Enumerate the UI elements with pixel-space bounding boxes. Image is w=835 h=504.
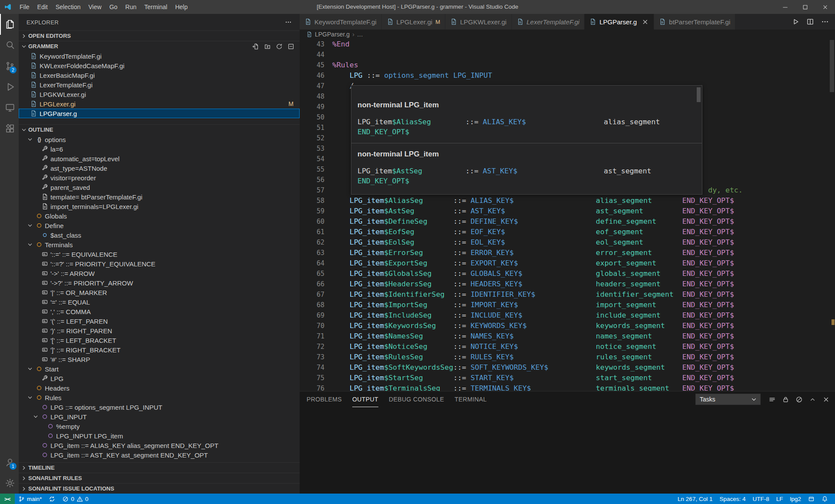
code-editor[interactable]: 43%End4445%Rules46 LPG ::= options_segme… [300,39,835,391]
activity-item-remote-explorer[interactable] [0,97,19,118]
tab-btParserTemplateF.gi[interactable]: btParserTemplateF.gi [654,14,735,30]
panel-tab-output[interactable]: OUTPUT [352,391,378,407]
refresh-explorer-button[interactable] [276,43,283,50]
outline-item[interactable]: Define [19,221,300,230]
file-LPGParser.g[interactable]: LPGParser.g [19,109,300,118]
more-actions-button[interactable] [821,18,829,26]
editor-scrollbar[interactable] [830,40,834,92]
section-grammer[interactable]: GRAMMER [19,41,300,51]
section-outline[interactable]: OUTLINE [19,124,300,135]
code-line-61[interactable]: 61 LPG_item$EofSeg ::= EOF_KEY$ eof_segm… [300,227,835,237]
file-KWLexerFoldedCaseMapF.gi[interactable]: KWLexerFoldedCaseMapF.gi [19,61,300,70]
outline-item[interactable]: template= btParserTemplateF.gi [19,192,300,202]
outline-item[interactable]: Rules [19,393,300,402]
outline-item[interactable]: la=6 [19,144,300,154]
outline-item[interactable]: LPG_item ::= AST_KEY ast_segment END_KEY… [19,450,300,460]
output-content[interactable] [300,407,835,494]
outline-item[interactable]: Terminals [19,240,300,249]
section-sonarlint-rules[interactable]: SONARLINT RULES [19,473,300,483]
menu-help[interactable]: Help [171,0,192,14]
menu-run[interactable]: Run [121,0,140,14]
outline-item[interactable]: '::=' ::= EQUIVALENCE [19,249,300,259]
outline-item[interactable]: import_terminals=LPGLexer.gi [19,202,300,211]
run-button[interactable] [792,18,799,26]
code-line-62[interactable]: 62 LPG_item$EolSeg ::= EOL_KEY$ eol_segm… [300,237,835,248]
outline-item[interactable]: {}options [19,135,300,144]
code-line-44[interactable]: 44 [300,50,835,60]
outline-item[interactable]: '|' ::= OR_MARKER [19,288,300,297]
outline-item[interactable]: automatic_ast=topLevel [19,154,300,163]
outline-item[interactable]: LPG_INPUT [19,412,300,421]
code-line-63[interactable]: 63 LPG_item$ErrorSeg ::= ERROR_KEY$ erro… [300,248,835,258]
code-line-43[interactable]: 43%End [300,39,835,50]
outline-item[interactable]: LPG ::= options_segment LPG_INPUT [19,402,300,412]
lock-scrolling-button[interactable] [782,396,789,403]
section-open-editors[interactable]: OPEN EDITORS [19,30,300,41]
code-line-73[interactable]: 73 LPG_item$RulesSeg ::= RULES_KEY$ rule… [300,352,835,362]
outline-item[interactable]: visitor=preorder [19,173,300,182]
code-line-58[interactable]: 58 LPG_item$AliasSeg ::= ALIAS_KEY$ alia… [300,196,835,206]
outline-item[interactable]: LPG [19,374,300,383]
outline-item[interactable]: Headers [19,383,300,393]
panel-tab-debug-console[interactable]: DEBUG CONSOLE [389,391,444,407]
sync-status[interactable] [45,494,59,504]
output-actions-button[interactable] [768,396,776,403]
activity-item-explorer[interactable] [0,14,19,35]
close-panel-button[interactable] [822,396,830,403]
section-sonarlint-issue-locations[interactable]: SONARLINT ISSUE LOCATIONS [19,483,300,494]
new-file-button[interactable] [252,43,259,50]
code-line-46[interactable]: 46 LPG ::= options_segment LPG_INPUT [300,70,835,81]
tooltip-scrollbar[interactable] [697,87,701,102]
activity-item-extensions[interactable] [0,118,19,139]
status-language-mode[interactable]: lpg2 [786,494,805,504]
code-line-69[interactable]: 69 LPG_item$IncludeSeg ::= INCLUDE_KEY$ … [300,310,835,321]
outline-item[interactable]: parent_saved [19,182,300,192]
new-folder-button[interactable] [264,43,271,50]
outline-item[interactable]: ')' ::= RIGHT_PAREN [19,326,300,335]
file-LPGLexer.gi[interactable]: LPGLexer.giM [19,99,300,109]
file-LexerTemplateF.gi[interactable]: LexerTemplateF.gi [19,80,300,90]
status-notifications-icon[interactable] [818,494,832,504]
activity-item-source-control[interactable]: 2 [0,56,19,76]
outline-item[interactable]: %empty [19,421,300,431]
problems-status[interactable]: 0 0 [59,494,92,504]
menu-edit[interactable]: Edit [33,0,52,14]
code-line-68[interactable]: 68 LPG_item$ImportSeg ::= IMPORT_KEY$ im… [300,300,835,310]
file-LexerBasicMapF.gi[interactable]: LexerBasicMapF.gi [19,70,300,80]
status-indentation[interactable]: Spaces: 4 [716,494,749,504]
tab-LPGLexer.gi[interactable]: LPGLexer.giM [382,14,445,30]
minimize-button[interactable] [775,0,795,14]
outline-item[interactable]: '(' ::= LEFT_PAREN [19,316,300,326]
code-line-66[interactable]: 66 LPG_item$HeadersSeg ::= HEADERS_KEY$ … [300,279,835,289]
outline-item[interactable]: '=' ::= EQUAL [19,297,300,307]
panel-tab-terminal[interactable]: TERMINAL [454,391,487,407]
code-line-45[interactable]: 45%Rules [300,60,835,70]
collapse-folders-button[interactable] [287,43,294,50]
code-line-72[interactable]: 72 LPG_item$NoticeSeg ::= NOTICE_KEY$ no… [300,342,835,352]
outline-item[interactable]: Globals [19,211,300,221]
panel-tab-problems[interactable]: PROBLEMS [307,391,342,407]
code-line-59[interactable]: 59 LPG_item$AstSeg ::= AST_KEY$ ast_segm… [300,206,835,216]
status-eol[interactable]: LF [773,494,787,504]
menu-go[interactable]: Go [105,0,121,14]
outline-item[interactable]: '::=?' ::= PRIORITY_EQUIVALENCE [19,259,300,269]
tab-LPGParser.g[interactable]: LPGParser.g [584,14,654,30]
outline-item[interactable]: '#' ::= SHARP [19,355,300,364]
outline-item[interactable]: '->' ::= ARROW [19,269,300,278]
outline-item[interactable]: Start [19,364,300,374]
code-line-65[interactable]: 65 LPG_item$GlobalsSeg ::= GLOBALS_KEY$ … [300,269,835,279]
status-remote-window-icon[interactable] [805,494,818,504]
code-line-64[interactable]: 64 LPG_item$ExportSeg ::= EXPORT_KEY$ ex… [300,258,835,269]
section-timeline[interactable]: TIMELINE [19,462,300,473]
breadcrumb-item-more[interactable]: … [357,31,363,38]
explorer-more-actions-icon[interactable] [285,19,292,26]
close-tab-icon[interactable] [641,18,649,26]
outline-item[interactable]: ',' ::= COMMA [19,307,300,316]
code-line-75[interactable]: 75 LPG_item$StartSeg ::= START_KEY$ star… [300,373,835,383]
menu-selection[interactable]: Selection [52,0,85,14]
clear-output-button[interactable] [795,396,803,403]
menu-terminal[interactable]: Terminal [140,0,171,14]
tab-LexerTemplateF.gi[interactable]: LexerTemplateF.gi [512,14,585,30]
outline-item[interactable]: '[' ::= LEFT_BRACKET [19,335,300,345]
activity-item-accounts[interactable]: 1 [0,452,19,473]
